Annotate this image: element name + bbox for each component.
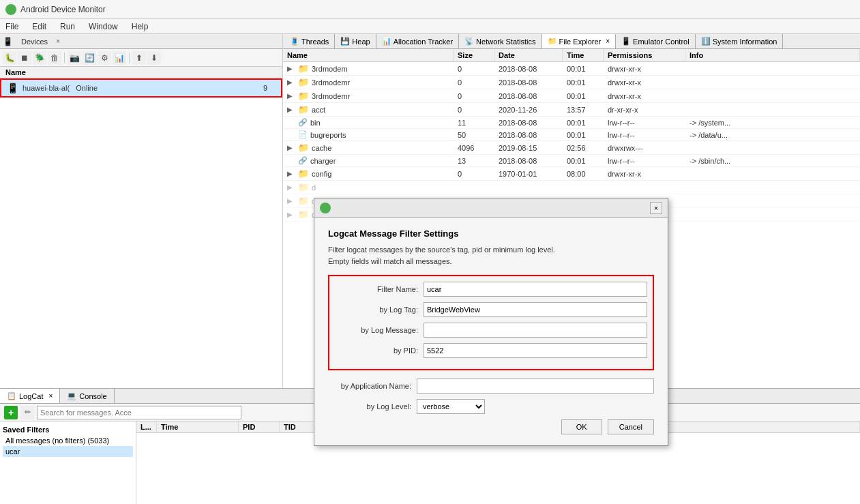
- link-icon: 🔗: [298, 118, 308, 127]
- file-row[interactable]: ▶ 📄 bugreports 50 2018-08-08 00:01 lrw-r…: [283, 129, 860, 141]
- tab-network[interactable]: 📡 Network Statistics: [459, 34, 542, 48]
- heap-tab-label: Heap: [352, 38, 370, 46]
- file-row[interactable]: ▶ 🔗 charger 13 2018-08-08 00:01 lrw-r--r…: [283, 155, 860, 167]
- folder-icon: 📁: [298, 143, 309, 153]
- toolbar-btn-camera[interactable]: 📷: [68, 51, 81, 65]
- col-date: Date: [494, 49, 563, 61]
- file-row[interactable]: ▶ 📁 acct 0 2020-11-26 13:57 dr-xr-xr-x: [283, 103, 860, 117]
- devices-tab-bar: 📱 Devices ×: [0, 34, 282, 49]
- expand-arrow[interactable]: ▶: [287, 211, 295, 218]
- expand-arrow[interactable]: ▶: [287, 170, 295, 177]
- file-row[interactable]: ▶ 🔗 bin 11 2018-08-08 00:01 lrw-r--r-- -…: [283, 117, 860, 129]
- file-row[interactable]: ▶ 📁 cache 4096 2019-08-15 02:56 drwxrwx-…: [283, 141, 860, 155]
- toolbar-btn-bugsnap[interactable]: 🪲: [33, 51, 46, 65]
- file-perms: [604, 186, 685, 189]
- log-message-input[interactable]: [424, 323, 647, 338]
- file-row[interactable]: ▶ 📁 config 0 1970-01-01 08:00 drwxr-xr-x: [283, 167, 860, 181]
- dialog-close-button[interactable]: ×: [650, 202, 662, 214]
- pid-label: by PID:: [335, 346, 424, 355]
- toolbar-btn-down[interactable]: ⬇: [147, 51, 161, 65]
- pid-input[interactable]: [424, 343, 647, 358]
- menu-window[interactable]: Window: [86, 21, 121, 32]
- toolbar-btn-debug[interactable]: 🐛: [3, 51, 16, 65]
- filter-name-input[interactable]: [424, 282, 647, 297]
- devices-tab-label[interactable]: Devices: [16, 38, 53, 46]
- file-size: 0: [454, 63, 494, 74]
- file-time: [563, 186, 604, 189]
- filter-name-label: Filter Name:: [335, 285, 424, 293]
- file-row[interactable]: ▶ 📁 d: [283, 181, 860, 194]
- dialog-desc-line1: Filter logcat messages by the source's t…: [328, 246, 555, 254]
- tab-logcat[interactable]: 📋 LogCat ×: [0, 389, 60, 403]
- file-name: charger: [310, 157, 336, 165]
- file-perms: lrw-r--r--: [604, 117, 685, 128]
- edit-filter-button[interactable]: ✏: [20, 406, 34, 419]
- tab-allocation[interactable]: 📊 Allocation Tracker: [376, 34, 459, 48]
- filter-ucar[interactable]: ucar: [3, 446, 133, 457]
- device-list-container: 📱 huawei-bla-al( Online 9: [0, 78, 282, 388]
- device-item[interactable]: 📱 huawei-bla-al( Online 9: [0, 78, 282, 98]
- toolbar-btn-up[interactable]: ⬆: [132, 51, 146, 65]
- search-input[interactable]: [37, 406, 241, 419]
- log-tag-input[interactable]: [424, 302, 647, 317]
- toolbar-btn-stop[interactable]: ⏹: [18, 51, 31, 65]
- expand-arrow[interactable]: ▶: [287, 92, 295, 100]
- filter-all-messages[interactable]: All messages (no filters) (5033): [3, 435, 133, 446]
- toolbar-btn-reload[interactable]: 🔄: [83, 51, 96, 65]
- menu-run[interactable]: Run: [57, 21, 78, 32]
- threads-tab-icon: 🧵: [290, 37, 299, 46]
- file-name-cell: ▶ 🔗 bin: [283, 117, 454, 128]
- file-row[interactable]: ▶ 📁 3rdmodemr 0 2018-08-08 00:01 drwxr-x…: [283, 89, 860, 103]
- file-size: 0: [454, 77, 494, 88]
- tab-threads[interactable]: 🧵 Threads: [284, 34, 335, 48]
- log-message-row: by Log Message:: [335, 323, 647, 338]
- folder-icon: 📁: [298, 63, 309, 74]
- toolbar-btn-chart[interactable]: 📊: [113, 51, 126, 65]
- file-row[interactable]: ▶ 📁 3rdmodem 0 2018-08-08 00:01 drwxr-xr…: [283, 62, 860, 76]
- tab-emulator[interactable]: 📱 Emulator Control: [616, 34, 696, 48]
- file-info: [685, 108, 860, 111]
- expand-arrow[interactable]: ▶: [287, 65, 295, 72]
- device-threads-count: 9: [255, 84, 276, 92]
- logcat-tab-close[interactable]: ×: [48, 392, 53, 400]
- log-level-select[interactable]: verbose debug info warn error assert: [417, 399, 485, 414]
- devices-tab-close[interactable]: ×: [56, 38, 60, 45]
- file-time: 00:01: [563, 117, 604, 128]
- menu-file[interactable]: File: [3, 21, 21, 32]
- col-name: Name: [283, 49, 454, 61]
- add-filter-button[interactable]: +: [4, 406, 18, 419]
- file-name-cell: ▶ 📁 config: [283, 167, 454, 180]
- dialog-desc-line2: Empty fields will match all messages.: [328, 257, 452, 265]
- toolbar-btn-settings[interactable]: ⚙: [98, 51, 111, 65]
- expand-arrow[interactable]: ▶: [287, 106, 295, 113]
- file-explorer-tab-close[interactable]: ×: [606, 38, 610, 45]
- file-info: [685, 68, 860, 70]
- menu-help[interactable]: Help: [129, 21, 151, 32]
- expand-arrow[interactable]: ▶: [287, 78, 295, 86]
- tab-heap[interactable]: 💾 Heap: [335, 34, 376, 48]
- app-name-input[interactable]: [417, 379, 654, 394]
- log-level-label: by Log Level:: [328, 402, 417, 411]
- file-tab-bar: 🧵 Threads 💾 Heap 📊 Allocation Tracker 📡 …: [283, 34, 860, 49]
- cancel-button[interactable]: Cancel: [608, 419, 654, 434]
- threads-tab-label: Threads: [301, 38, 329, 46]
- tab-file-explorer[interactable]: 📁 File Explorer ×: [542, 34, 617, 48]
- expand-arrow[interactable]: ▶: [287, 144, 295, 151]
- col-time: Time: [563, 49, 604, 61]
- file-perms: lrw-r--r--: [604, 155, 685, 166]
- file-time: 13:57: [563, 104, 604, 115]
- tab-console[interactable]: 💻 Console: [60, 389, 114, 403]
- emulator-tab-icon: 📱: [621, 37, 631, 46]
- menu-edit[interactable]: Edit: [29, 21, 49, 32]
- toolbar-btn-delete[interactable]: 🗑: [48, 51, 61, 65]
- expand-arrow[interactable]: ▶: [287, 183, 295, 191]
- ok-button[interactable]: OK: [561, 419, 602, 434]
- file-header: Name Size Date Time Permissions Info: [283, 49, 860, 62]
- dialog-description: Filter logcat messages by the source's t…: [328, 244, 654, 267]
- allocation-tab-label: Allocation Tracker: [394, 38, 453, 46]
- tab-sysinfo[interactable]: ℹ️ System Information: [696, 34, 784, 48]
- expand-arrow[interactable]: ▶: [287, 197, 295, 205]
- app-title: Android Device Monitor: [20, 5, 106, 14]
- file-perms: drwxr-xr-x: [604, 168, 685, 179]
- file-row[interactable]: ▶ 📁 3rdmodemr 0 2018-08-08 00:01 drwxr-x…: [283, 76, 860, 89]
